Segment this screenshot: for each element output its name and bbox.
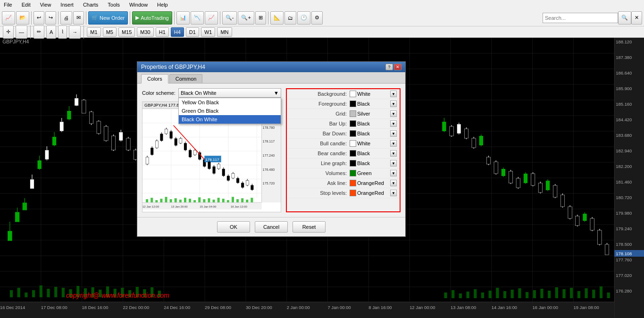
svg-rect-33 [8, 231, 12, 241]
arrow-grid[interactable]: ▼ [390, 110, 397, 117]
arrow-foreground[interactable]: ▼ [390, 100, 397, 107]
svg-rect-254 [236, 178, 239, 183]
chart-btn1[interactable]: 📊 [176, 11, 190, 25]
svg-rect-218 [155, 141, 158, 148]
tab-common[interactable]: Common [169, 74, 203, 83]
dialog-content: Color scheme: Black On White ▼ Yellow On… [137, 84, 405, 217]
menu-file[interactable]: File [2, 2, 14, 8]
open-btn[interactable]: 📂 [16, 11, 29, 25]
swatch-grid[interactable] [350, 110, 356, 117]
svg-text:182.940: 182.940 [616, 149, 632, 153]
zoom-out-btn[interactable]: 🔍- [222, 11, 237, 25]
swatch-foreground[interactable] [350, 100, 356, 107]
crosshair-btn[interactable]: ✛ [3, 25, 14, 39]
new-chart-btn[interactable]: 📈 [2, 11, 15, 25]
svg-rect-151 [518, 288, 521, 298]
menu-charts[interactable]: Charts [81, 2, 100, 8]
tf-d1[interactable]: D1 [186, 27, 199, 37]
color-scheme-dropdown[interactable]: Black On White ▼ Yellow On Black Green O… [178, 88, 281, 98]
cancel-button[interactable]: Cancel [255, 221, 288, 233]
option-green-on-black[interactable]: Green On Black [179, 107, 281, 115]
close-search-btn[interactable]: ✕ [631, 11, 642, 25]
svg-rect-145 [474, 289, 477, 298]
arrow-btn[interactable]: → [69, 25, 81, 39]
chart-btn3[interactable]: 📈 [205, 11, 218, 25]
line-btn[interactable]: — [16, 25, 27, 39]
swatch-volumes[interactable] [350, 170, 356, 176]
menu-tools[interactable]: Tools [106, 2, 122, 8]
menu-help[interactable]: Help [155, 2, 170, 8]
swatch-background[interactable] [350, 91, 356, 97]
name-bar-down: Black [357, 131, 389, 136]
settings-btn[interactable]: ⚙ [311, 11, 323, 25]
autotrading-btn[interactable]: ▶ AutoTrading [132, 11, 172, 25]
color-scheme-btn[interactable]: Black On White ▼ [178, 88, 281, 98]
chart-btn2[interactable]: 📉 [191, 11, 204, 25]
print-btn[interactable]: 🖨 [60, 11, 72, 25]
reset-button[interactable]: Reset [293, 221, 326, 233]
properties-dialog[interactable]: Properties of GBPJPY,H4 ? ✕ Colors Commo… [137, 61, 406, 237]
svg-rect-140 [605, 244, 609, 255]
menu-edit[interactable]: Edit [20, 2, 33, 8]
tf-m5[interactable]: M5 [103, 27, 117, 37]
menu-window[interactable]: Window [127, 2, 150, 8]
value-bull-candle: White ▼ [350, 140, 397, 147]
swatch-bar-up[interactable] [350, 120, 356, 127]
tf-h1[interactable]: H1 [156, 27, 169, 37]
arrow-bar-down[interactable]: ▼ [390, 130, 397, 137]
ok-button[interactable]: OK [217, 221, 250, 233]
timeframe-toolbar: ✛ — ✏ A ⌇ → M1 M5 M15 M30 H1 H4 D1 W1 MN [0, 26, 644, 38]
redo-btn[interactable]: ↪ [45, 11, 56, 25]
dialog-close-btn[interactable]: ✕ [394, 64, 401, 70]
arrow-bar-up[interactable]: ▼ [390, 120, 397, 127]
svg-rect-104 [472, 138, 476, 148]
dialog-tabs: Colors Common [137, 72, 405, 84]
pencil-btn[interactable]: ✏ [33, 25, 44, 39]
color-row-background: Background: White ▼ [287, 89, 400, 99]
svg-rect-122 [538, 183, 542, 192]
menu-view[interactable]: View [38, 2, 53, 8]
tf-m15[interactable]: M15 [118, 27, 135, 37]
zoom-in-btn[interactable]: 🔍+ [238, 11, 254, 25]
new-order-btn[interactable]: 🛒 New Order [88, 11, 128, 25]
option-black-on-white[interactable]: Black On White [179, 115, 281, 124]
search-input[interactable] [543, 13, 618, 23]
tf-w1[interactable]: W1 [201, 27, 216, 37]
arrow-ask-line[interactable]: ▼ [390, 180, 397, 186]
tf-m1[interactable]: M1 [87, 27, 100, 37]
swatch-bar-down[interactable] [350, 130, 356, 137]
tf-mn[interactable]: MN [217, 27, 232, 37]
email-btn[interactable]: ✉ [73, 11, 84, 25]
clock-btn[interactable]: 🕐 [297, 11, 310, 25]
arrow-stop-levels[interactable]: ▼ [390, 190, 397, 196]
undo-btn[interactable]: ↩ [33, 11, 44, 25]
value-foreground: Black ▼ [350, 100, 397, 107]
tf-h4[interactable]: H4 [171, 27, 184, 37]
search-area: 🔍 ✕ [543, 11, 642, 25]
text-btn[interactable]: A [46, 25, 56, 39]
arrow-bull-candle[interactable]: ▼ [390, 140, 397, 147]
menu-insert[interactable]: Insert [59, 2, 75, 8]
swatch-line-graph[interactable] [350, 160, 356, 167]
arrow-bear-candle[interactable]: ▼ [390, 150, 397, 157]
arrow-volumes[interactable]: ▼ [390, 170, 397, 176]
arrow-background[interactable]: ▼ [390, 91, 397, 97]
dialog-help-btn[interactable]: ? [385, 64, 393, 70]
tf-m30[interactable]: M30 [137, 27, 153, 37]
color-row-volumes: Volumes: Green ▼ [287, 168, 400, 178]
swatch-stop-levels[interactable] [350, 190, 356, 196]
swatch-bull-candle[interactable] [350, 140, 356, 147]
swatch-ask-line[interactable] [350, 180, 356, 186]
arrow-line-graph[interactable]: ▼ [390, 160, 397, 167]
svg-rect-74 [10, 290, 13, 297]
template-btn[interactable]: 🗂 [284, 11, 296, 25]
svg-text:16 Jan 00:00: 16 Jan 00:00 [533, 305, 558, 310]
fit-btn[interactable]: ⊞ [255, 11, 266, 25]
indicator-btn[interactable]: 📐 [270, 11, 284, 25]
search-btn[interactable]: 🔍 [618, 11, 631, 25]
svg-rect-37 [23, 203, 26, 210]
swatch-bear-candle[interactable] [350, 150, 356, 157]
tab-colors[interactable]: Colors [141, 74, 168, 84]
fib-btn[interactable]: ⌇ [58, 25, 67, 39]
option-yellow-on-black[interactable]: Yellow On Black [179, 98, 281, 107]
